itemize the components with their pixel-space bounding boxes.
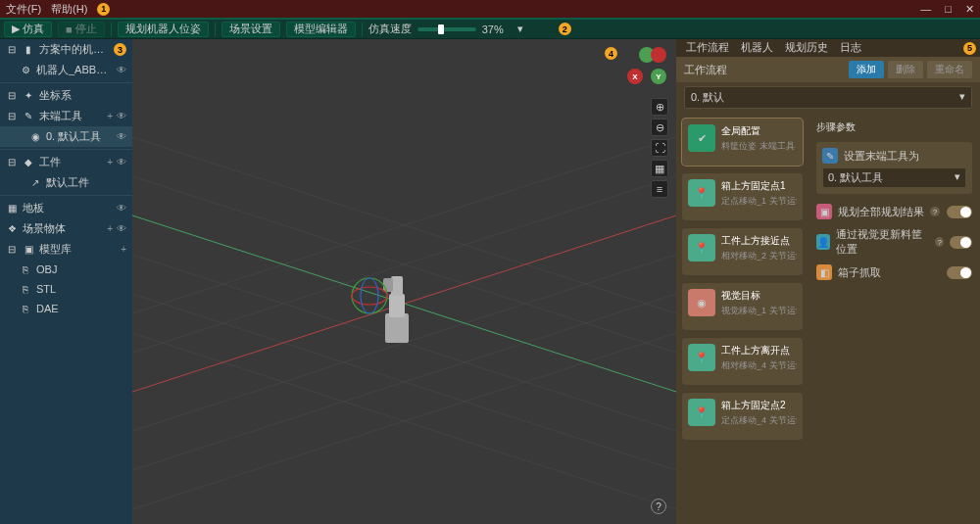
step-2[interactable]: 📍工件上方接近点相对移动_2 关节运动 <box>682 228 803 275</box>
toolbar: ▶仿真 ■停止 规划机器人位姿 场景设置 模型编辑器 仿真速度 37% ▾ 2 <box>0 18 980 39</box>
step-3[interactable]: ◉视觉目标视觉移动_1 关节运动 <box>682 283 803 330</box>
help-icon[interactable]: ? <box>930 207 940 216</box>
badge-1: 1 <box>97 3 110 16</box>
step-title: 视觉目标 <box>721 289 797 303</box>
add-button[interactable]: 添加 <box>849 61 884 78</box>
axis-icon: ✦ <box>23 90 34 101</box>
step-params: 步骤参数 ✎设置末端工具为 0. 默认工具▾ ▣规划全部规划结果? 👤通过视觉更… <box>808 113 980 524</box>
expand-icon[interactable]: ⊟ <box>6 157 18 167</box>
close-icon[interactable]: ✕ <box>965 3 974 16</box>
add-icon[interactable]: + <box>107 111 113 121</box>
step-subtitle: 料筐位姿 末端工具 执行配置 <box>721 140 797 153</box>
tree-default-tool[interactable]: ◉ 0. 默认工具 👁 <box>0 126 132 147</box>
minimize-icon[interactable]: — <box>920 3 931 16</box>
step-5[interactable]: 📍箱上方固定点2定点移动_4 关节运动 <box>682 393 803 440</box>
set-tool-label: 设置末端工具为 <box>844 149 919 164</box>
workflow-select[interactable]: 0. 默认▾ <box>684 86 972 109</box>
axis-x-label[interactable]: X <box>627 69 643 84</box>
zoom-in-icon[interactable]: ⊕ <box>651 98 668 116</box>
right-panel: 工作流程 机器人 规划历史 日志 5 工作流程 添加 删除 重命名 0. 默认▾… <box>676 39 980 524</box>
maximize-icon[interactable]: □ <box>945 3 952 16</box>
axis-gizmo[interactable]: X Y <box>627 47 666 86</box>
visibility-icon[interactable]: 👁 <box>117 223 126 234</box>
tab-log[interactable]: 日志 <box>834 38 867 59</box>
vision-update-toggle[interactable] <box>950 236 972 249</box>
tree-model-lib[interactable]: ⊟ ▣ 模型库 + <box>0 239 132 260</box>
tree-root[interactable]: ⊟ ▮ 方案中的机器人路径... 3 <box>0 39 132 60</box>
plan-robot-pose-button[interactable]: 规划机器人位姿 <box>118 22 209 37</box>
tree-robot[interactable]: ⚙ 机器人_ABB_CRB_... 👁 <box>0 60 132 80</box>
svg-rect-18 <box>383 278 393 292</box>
step-icon: 📍 <box>688 234 715 262</box>
scene-settings-button[interactable]: 场景设置 <box>221 22 280 37</box>
tree-default-workpiece[interactable]: ↗ 默认工件 <box>0 172 132 193</box>
delete-button[interactable]: 删除 <box>888 61 923 78</box>
expand-icon[interactable]: ⊟ <box>6 90 18 101</box>
tree-end-tool[interactable]: ⊟ ✎ 末端工具 +👁 <box>0 106 132 126</box>
ortho-icon[interactable]: ▦ <box>651 160 668 177</box>
plan-all-label: 规划全部规划结果 <box>838 205 924 219</box>
step-subtitle: 定点移动_4 关节运动 <box>721 414 797 427</box>
vision-icon: 👤 <box>816 234 830 250</box>
add-icon[interactable]: + <box>121 244 126 255</box>
model-editor-button[interactable]: 模型编辑器 <box>286 22 356 37</box>
tree-coord[interactable]: ⊟ ✦ 坐标系 <box>0 85 132 106</box>
stop-icon: ■ <box>66 24 73 35</box>
expand-icon[interactable]: ⊟ <box>6 244 18 255</box>
menu-help[interactable]: 帮助(H) <box>51 2 87 17</box>
params-header: 步骤参数 <box>816 120 972 134</box>
robot-icon: ⚙ <box>20 65 31 75</box>
step-title: 箱上方固定点2 <box>721 399 797 412</box>
view-tools: ⊕ ⊖ ⛶ ▦ ≡ <box>651 98 668 198</box>
expand-icon[interactable]: ⊟ <box>6 111 18 121</box>
expand-icon[interactable]: ⊟ <box>6 44 18 55</box>
viewport-scene <box>132 39 676 524</box>
rename-button[interactable]: 重命名 <box>927 61 972 78</box>
file-icon: ⎘ <box>20 304 31 314</box>
badge-5: 5 <box>963 42 976 55</box>
visibility-icon[interactable]: 👁 <box>117 131 126 142</box>
zoom-out-icon[interactable]: ⊖ <box>651 119 668 136</box>
tree-scene-obj[interactable]: ❖ 场景物体 +👁 <box>0 218 132 239</box>
visibility-icon[interactable]: 👁 <box>117 157 126 167</box>
tree-stl[interactable]: ⎘STL <box>0 279 132 299</box>
tree-floor[interactable]: ▦ 地板 👁 <box>0 198 132 218</box>
visibility-icon[interactable]: 👁 <box>117 203 126 214</box>
tab-workflow[interactable]: 工作流程 <box>680 38 735 59</box>
tab-plan-history[interactable]: 规划历史 <box>779 38 834 59</box>
step-subtitle: 相对移动_2 关节运动 <box>721 250 797 262</box>
box-pick-label: 箱子抓取 <box>838 265 881 280</box>
visibility-icon[interactable]: 👁 <box>117 65 126 75</box>
add-icon[interactable]: + <box>107 157 113 167</box>
svg-rect-0 <box>132 39 676 524</box>
stop-button[interactable]: ■停止 <box>58 22 105 37</box>
tree-dae[interactable]: ⎘DAE <box>0 299 132 318</box>
step-1[interactable]: 📍箱上方固定点1定点移动_1 关节运动 <box>682 173 803 220</box>
tree-workpiece[interactable]: ⊟ ◆ 工件 +👁 <box>0 152 132 172</box>
sim-speed-slider[interactable]: 仿真速度 37% ▾ <box>368 22 523 36</box>
tree-obj[interactable]: ⎘OBJ <box>0 260 132 279</box>
step-0[interactable]: ✔全局配置料筐位姿 末端工具 执行配置 <box>682 119 803 166</box>
axis-y-label[interactable]: Y <box>651 69 666 84</box>
fit-view-icon[interactable]: ⛶ <box>651 139 668 157</box>
viewport-3d[interactable]: 4 X Y ⊕ ⊖ ⛶ ▦ ≡ ? <box>132 39 676 524</box>
tool-select[interactable]: 0. 默认工具▾ <box>822 167 966 188</box>
file-icon: ⎘ <box>20 284 31 295</box>
help-icon[interactable]: ? <box>651 499 666 514</box>
chevron-down-icon[interactable]: ▾ <box>517 23 523 35</box>
visibility-icon[interactable]: 👁 <box>117 111 126 121</box>
box-pick-toggle[interactable] <box>947 266 972 279</box>
help-icon[interactable]: ? <box>935 237 944 247</box>
chevron-down-icon: ▾ <box>955 170 960 185</box>
tab-robot[interactable]: 机器人 <box>735 38 779 59</box>
step-title: 全局配置 <box>721 124 797 138</box>
plan-all-toggle[interactable] <box>947 206 972 218</box>
simulate-button[interactable]: ▶仿真 <box>4 22 52 37</box>
add-icon[interactable]: + <box>107 223 113 234</box>
step-4[interactable]: 📍工件上方离开点相对移动_4 关节运动 <box>682 338 803 385</box>
menu-file[interactable]: 文件(F) <box>6 2 41 17</box>
axis-neg[interactable] <box>651 47 666 63</box>
step-title: 工件上方接近点 <box>721 234 797 248</box>
settings-icon[interactable]: ≡ <box>651 180 668 198</box>
workflow-header: 工作流程 添加 删除 重命名 <box>676 57 980 82</box>
